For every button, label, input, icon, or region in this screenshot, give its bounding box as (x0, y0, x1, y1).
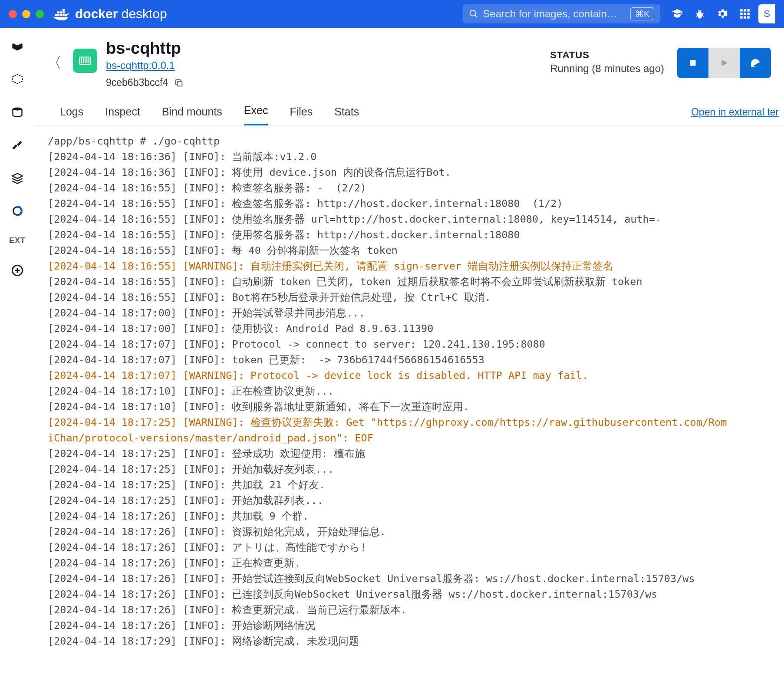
sidebar: EXT (0, 28, 35, 678)
svg-rect-7 (740, 16, 742, 18)
sidebar-images[interactable] (10, 71, 25, 87)
sidebar-extensions-label: EXT (9, 236, 26, 245)
highlight-annotation (234, 599, 725, 622)
app-name-bold: docker (75, 7, 118, 21)
titlebar: docker desktop Search for images, contai… (0, 0, 784, 28)
terminal-line: [2024-04-14 18:17:26] [INFO]: 资源初始化完成, 开… (48, 524, 780, 540)
app-logo: docker desktop (53, 7, 167, 21)
sidebar-add-extension[interactable] (10, 263, 25, 278)
terminal-line: [2024-04-14 18:17:26] [INFO]: 开始尝试连接到反向W… (48, 571, 780, 586)
container-icon (73, 49, 97, 73)
container-name: bs-cqhttp (106, 39, 184, 58)
titlebar-actions (672, 8, 751, 20)
terminal-line: [2024-04-14 18:17:07] [WARNING]: Protoco… (48, 368, 780, 383)
status-label: STATUS (550, 49, 664, 61)
search-shortcut-badge: ⌘K (630, 7, 654, 20)
close-window-button[interactable] (9, 10, 17, 18)
bug-icon[interactable] (694, 8, 705, 20)
search-input[interactable]: Search for images, contain… ⌘K (463, 4, 660, 23)
tab-stats[interactable]: Stats (334, 105, 359, 125)
svg-rect-14 (178, 81, 182, 86)
svg-rect-5 (744, 13, 746, 15)
svg-rect-8 (744, 16, 746, 18)
tab-exec[interactable]: Exec (244, 104, 268, 125)
apps-grid-icon[interactable] (739, 8, 751, 20)
terminal-line: [2024-04-14 18:17:07] [INFO]: token 已更新:… (48, 352, 780, 368)
terminal-line: [2024-04-14 18:16:36] [INFO]: 将使用 device… (48, 165, 780, 180)
svg-rect-6 (748, 13, 750, 15)
terminal-output[interactable]: /app/bs-cqhttp # ./go-cqhttp[2024-04-14 … (35, 125, 784, 653)
terminal-line: [2024-04-14 18:17:26] [INFO]: 共加载 9 个群. (48, 508, 780, 524)
svg-rect-9 (748, 16, 750, 18)
back-button[interactable]: 〈 (47, 53, 62, 73)
container-header: 〈 bs-cqhttp bs-cqhttp:0.0.1 9ceb6b3bccf4… (35, 28, 784, 89)
svg-rect-4 (740, 13, 742, 15)
terminal-line: [2024-04-14 18:16:55] [INFO]: 使用签名服务器 ur… (48, 211, 780, 227)
tab-logs[interactable]: Logs (60, 105, 83, 125)
search-icon (469, 9, 478, 19)
tabs: LogsInspectBind mountsExecFilesStatsOpen… (35, 89, 784, 125)
svg-rect-15 (690, 60, 696, 66)
sidebar-builds[interactable] (10, 137, 25, 153)
stop-button[interactable] (677, 48, 708, 78)
app-name-light: desktop (118, 7, 167, 21)
docker-whale-icon (53, 7, 71, 20)
terminal-line: [2024-04-14 18:17:10] [INFO]: 收到服务器地址更新通… (48, 399, 780, 415)
sidebar-containers[interactable] (10, 38, 25, 54)
window-controls[interactable] (9, 10, 44, 18)
terminal-line: [2024-04-14 18:17:25] [INFO]: 开始加载好友列表..… (48, 461, 780, 477)
settings-gear-icon[interactable] (717, 8, 728, 20)
svg-rect-1 (740, 9, 742, 11)
maximize-window-button[interactable] (36, 10, 44, 18)
svg-rect-2 (744, 9, 746, 11)
terminal-line: [2024-04-14 18:17:26] [INFO]: 正在检查更新. (48, 555, 780, 571)
minimize-window-button[interactable] (22, 10, 30, 18)
terminal-line: [2024-04-14 18:17:10] [INFO]: 正在检查协议更新..… (48, 383, 780, 399)
image-link[interactable]: bs-cqhttp:0.0.1 (106, 59, 184, 72)
open-in-external-link[interactable]: Open in external ter (691, 106, 779, 125)
restart-button[interactable] (740, 48, 771, 78)
status-value: Running (8 minutes ago) (550, 63, 664, 75)
highlight-annotation (325, 230, 720, 256)
terminal-line: /app/bs-cqhttp # ./go-cqhttp (48, 133, 780, 149)
container-hash: 9ceb6b3bccf4 (106, 77, 168, 89)
start-button (708, 48, 740, 78)
terminal-line: [2024-04-14 18:16:55] [INFO]: Bot将在5秒后登录… (48, 290, 780, 305)
terminal-line: [2024-04-14 18:16:55] [INFO]: 检查签名服务器: h… (48, 196, 780, 211)
terminal-line: [2024-04-14 18:16:55] [INFO]: 自动刷新 token… (48, 274, 780, 290)
sidebar-volumes[interactable] (10, 104, 25, 120)
status-block: STATUS Running (8 minutes ago) (550, 49, 664, 75)
container-actions (677, 48, 771, 78)
terminal-line: [2024-04-14 18:17:07] [INFO]: Protocol -… (48, 336, 780, 352)
tab-inspect[interactable]: Inspect (105, 105, 140, 125)
terminal-line: [2024-04-14 18:16:55] [INFO]: 检查签名服务器: -… (48, 180, 780, 196)
copy-icon[interactable] (174, 78, 184, 88)
svg-point-0 (470, 10, 476, 16)
terminal-line: [2024-04-14 18:17:25] [INFO]: 共加载 21 个好友… (48, 477, 780, 493)
svg-rect-3 (748, 9, 750, 11)
terminal-line: [2024-04-14 18:16:36] [INFO]: 当前版本:v1.2.… (48, 149, 780, 165)
tab-bind-mounts[interactable]: Bind mounts (162, 105, 222, 125)
terminal-line: [2024-04-14 18:17:00] [INFO]: 使用协议: Andr… (48, 321, 780, 336)
terminal-line: [2024-04-14 18:17:29] [INFO]: 网络诊断完成. 未发… (48, 633, 780, 649)
sidebar-scout[interactable] (10, 203, 25, 219)
terminal-line: [2024-04-14 18:16:55] [WARNING]: 自动注册实例已… (48, 258, 780, 274)
search-placeholder: Search for images, contain… (483, 8, 626, 20)
learning-icon[interactable] (672, 8, 683, 20)
terminal-line: [2024-04-14 18:17:00] [INFO]: 开始尝试登录并同步消… (48, 305, 780, 321)
tab-files[interactable]: Files (290, 105, 313, 125)
terminal-line: [2024-04-14 18:17:25] [WARNING]: 检查协议更新失… (48, 415, 780, 430)
terminal-line: iChan/protocol-versions/master/android_p… (48, 430, 780, 446)
svg-point-10 (13, 108, 22, 111)
terminal-line: [2024-04-14 18:17:25] [INFO]: 登录成功 欢迎使用:… (48, 446, 780, 461)
terminal-line: [2024-04-14 18:17:25] [INFO]: 开始加载群列表... (48, 493, 780, 508)
terminal-line: [2024-04-14 18:17:26] [INFO]: アトリは、高性能です… (48, 540, 780, 555)
signin-button[interactable]: S (758, 4, 775, 23)
sidebar-dev-envs[interactable] (10, 170, 25, 186)
